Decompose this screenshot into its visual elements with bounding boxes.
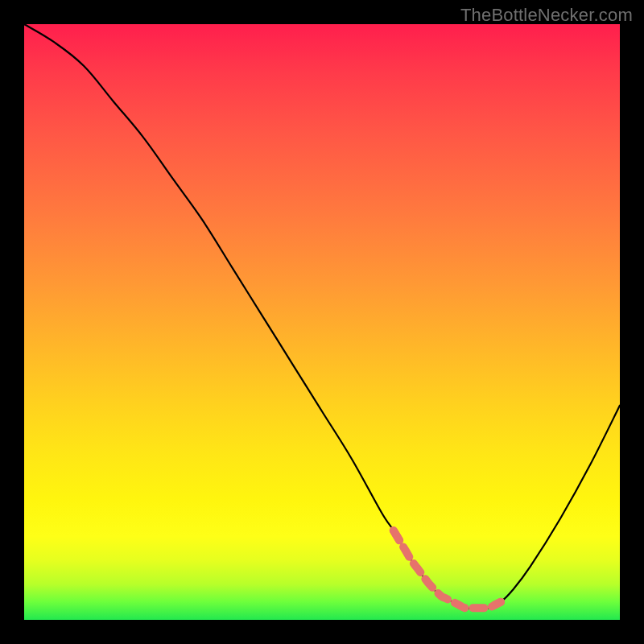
watermark-text: TheBottleNecker.com bbox=[460, 5, 633, 26]
chart-frame: TheBottleNecker.com bbox=[0, 0, 644, 644]
plot-area bbox=[24, 24, 620, 620]
curve-layer bbox=[24, 24, 620, 620]
bottleneck-curve bbox=[24, 24, 620, 609]
optimal-range-highlight-solid bbox=[394, 530, 501, 605]
optimal-range-highlight-dash bbox=[394, 530, 501, 608]
